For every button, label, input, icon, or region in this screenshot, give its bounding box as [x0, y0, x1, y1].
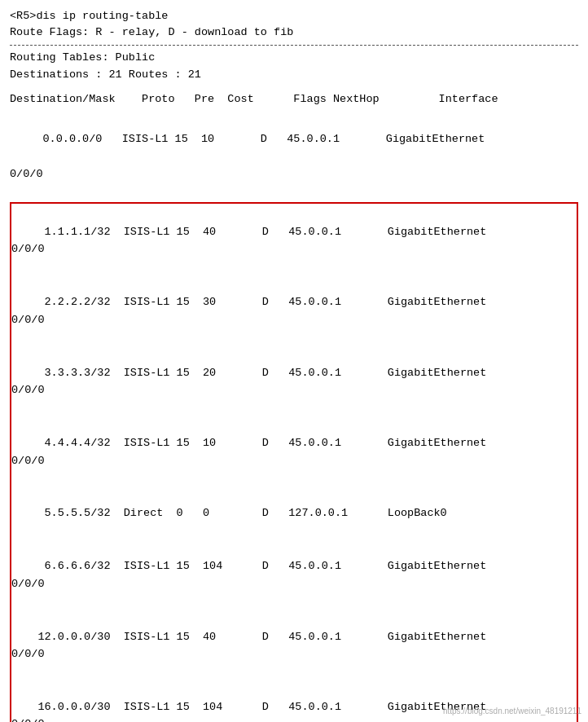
route-row-5: 5.5.5.5/32 Direct 0 0 D 127.0.0.1 LoopBa… — [11, 487, 577, 540]
routes-count: Routes : 21 — [129, 68, 201, 81]
route-row-0: 0.0.0.0/0 ISIS-L1 15 10 D 45.0.0.1 Gigab… — [10, 112, 578, 200]
route-row-4: 4.4.4.4/32 ISIS-L1 15 10 D 45.0.0.1 Giga… — [11, 416, 577, 486]
route-flags: Route Flags: R - relay, D - download to … — [10, 24, 578, 41]
table-header-row: Destination/Mask Proto Pre Cost Flags Ne… — [10, 90, 578, 108]
route-line1-0: 0.0.0.0/0 ISIS-L1 15 10 D 45.0.0.1 Gigab… — [10, 133, 485, 145]
routing-table-body: 0.0.0.0/0 ISIS-L1 15 10 D 45.0.0.1 Gigab… — [10, 112, 578, 722]
command-line: <R5>dis ip routing-table — [10, 8, 578, 24]
routing-table-label: Routing Tables: Public — [10, 49, 578, 67]
table-header: Destination/Mask Proto Pre Cost Flags Ne… — [10, 90, 578, 108]
divider-1 — [10, 45, 578, 46]
terminal-output: <R5>dis ip routing-table Route Flags: R … — [10, 8, 578, 722]
route-row-1: 1.1.1.1/32 ISIS-L1 15 40 D 45.0.0.1 Giga… — [11, 205, 577, 275]
route-row-2: 2.2.2.2/32 ISIS-L1 15 30 D 45.0.0.1 Giga… — [11, 276, 577, 346]
route-row-3: 3.3.3.3/32 ISIS-L1 15 20 D 45.0.0.1 Giga… — [11, 346, 577, 416]
destinations-routes: Destinations : 21 Routes : 21 — [10, 66, 578, 84]
highlighted-routes-block: 1.1.1.1/32 ISIS-L1 15 40 D 45.0.0.1 Giga… — [10, 202, 578, 722]
routing-table-section: Routing Tables: Public Destinations : 21… — [10, 49, 578, 84]
route-line2-0: 0/0/0 — [10, 168, 43, 180]
route-row-7: 12.0.0.0/30 ISIS-L1 15 40 D 45.0.0.1 Gig… — [11, 610, 577, 680]
route-row-8: 16.0.0.0/30 ISIS-L1 15 104 D 45.0.0.1 Gi… — [11, 680, 577, 722]
destinations-count: Destinations : 21 — [10, 68, 122, 81]
route-row-6: 6.6.6.6/32 ISIS-L1 15 104 D 45.0.0.1 Gig… — [11, 540, 577, 610]
watermark: https://blog.csdn.net/weixin_48191211 — [443, 707, 581, 715]
